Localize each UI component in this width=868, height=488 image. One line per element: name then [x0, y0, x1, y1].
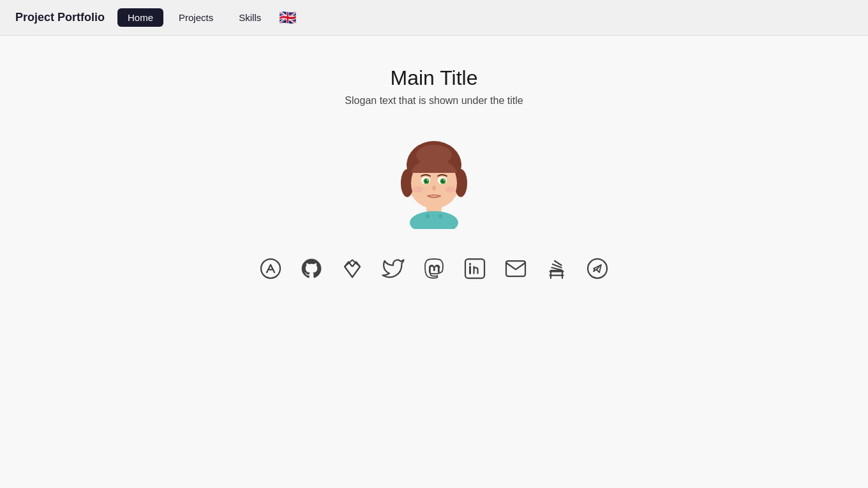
stackoverflow-icon[interactable]: [542, 255, 571, 283]
svg-point-4: [432, 215, 436, 219]
nav-item-projects[interactable]: Projects: [168, 8, 223, 27]
nav-item-home[interactable]: Home: [117, 8, 163, 27]
svg-rect-25: [506, 261, 525, 276]
navbar: Project Portfolio Home Projects Skills 🇬…: [0, 0, 868, 36]
svg-point-1: [410, 211, 458, 229]
page-title: Main Title: [391, 66, 478, 90]
language-flag[interactable]: 🇬🇧: [279, 10, 296, 26]
nav-item-skills[interactable]: Skills: [228, 8, 271, 27]
slogan-text: Slogan text that is shown under the titl…: [345, 95, 523, 107]
avatar: [383, 127, 485, 229]
svg-point-2: [421, 213, 424, 217]
linkedin-icon[interactable]: [461, 255, 489, 283]
gitlab-icon[interactable]: [338, 255, 366, 283]
social-icons-row: [257, 255, 611, 283]
svg-point-5: [438, 214, 442, 218]
svg-point-3: [426, 214, 430, 218]
codeberg-icon[interactable]: [257, 255, 285, 283]
telegram-icon[interactable]: [583, 255, 611, 283]
email-icon[interactable]: [502, 255, 530, 283]
svg-point-22: [413, 186, 423, 193]
main-content: Main Title Slogan text that is shown und…: [0, 36, 868, 283]
github-icon[interactable]: [297, 255, 326, 283]
twitter-icon[interactable]: [379, 255, 407, 283]
nav-brand: Project Portfolio: [15, 11, 105, 24]
svg-point-20: [427, 180, 428, 181]
svg-point-6: [444, 213, 447, 217]
svg-point-21: [444, 180, 445, 181]
mastodon-icon[interactable]: [420, 255, 448, 283]
svg-point-23: [445, 186, 455, 193]
